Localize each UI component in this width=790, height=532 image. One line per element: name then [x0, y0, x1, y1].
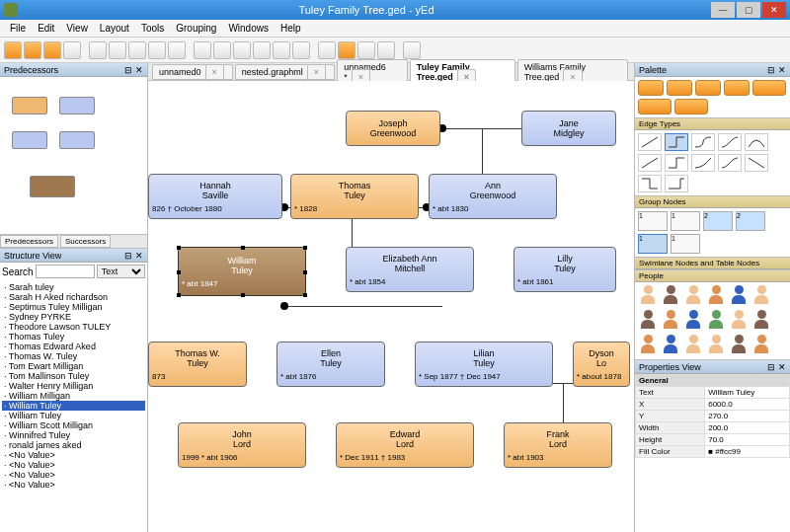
structure-header[interactable]: Structure View ⊟ ✕ [0, 249, 147, 263]
resize-handle[interactable] [303, 293, 307, 297]
save-button[interactable] [43, 41, 61, 59]
node-thomasw[interactable]: Thomas W. Tuley873 [148, 342, 247, 387]
print-button[interactable] [63, 41, 81, 59]
person-icon[interactable] [751, 310, 771, 332]
prop-value[interactable]: 200.0 [705, 422, 790, 434]
structure-item[interactable]: · William Scott Milligan [2, 420, 145, 430]
swimlane-header[interactable]: Swimlane Nodes and Table Nodes [635, 258, 790, 269]
group-node-icon[interactable]: 1 [638, 211, 668, 231]
group-node-icon[interactable]: 1 [671, 211, 700, 231]
edge-type-icon[interactable] [638, 154, 662, 172]
menu-view[interactable]: View [60, 23, 94, 34]
structure-list[interactable]: · Sarah tuley· Sarah H Aked richardson· … [0, 280, 147, 532]
people-header[interactable]: People [635, 270, 790, 282]
palette-header[interactable]: Palette⊟ ✕ [635, 63, 790, 77]
search-mode-select[interactable]: Text [97, 265, 145, 278]
structure-item[interactable]: · Sarah H Aked richardson [2, 292, 145, 302]
close-button[interactable]: ✕ [762, 2, 786, 18]
person-icon[interactable] [661, 335, 680, 356]
resize-handle[interactable] [177, 293, 181, 297]
menu-file[interactable]: File [4, 23, 32, 34]
node-ellen[interactable]: Ellen Tuley* abt 1876 [276, 342, 385, 387]
prop-value[interactable]: ■ #ffcc99 [705, 446, 790, 458]
structure-item[interactable]: · Walter Henry Milligan [2, 381, 145, 391]
shape-rect[interactable] [638, 99, 672, 114]
person-icon[interactable] [661, 285, 680, 307]
tab-predecessors[interactable]: Predecessors [0, 235, 58, 248]
menu-help[interactable]: Help [275, 23, 307, 34]
structure-item[interactable]: · ronald james aked [2, 440, 145, 450]
panel-controls-icon[interactable]: ⊟ ✕ [767, 362, 786, 372]
menu-grouping[interactable]: Grouping [170, 23, 222, 34]
person-icon[interactable] [638, 335, 658, 356]
structure-item[interactable]: · Sarah tuley [2, 282, 145, 292]
help-button[interactable] [403, 41, 421, 59]
person-icon[interactable] [683, 335, 703, 356]
person-icon[interactable] [729, 285, 749, 307]
cut-button[interactable] [128, 41, 146, 59]
person-icon[interactable] [706, 335, 726, 356]
edge-types-header[interactable]: Edge Types [635, 118, 790, 130]
structure-item[interactable]: · <No Value> [2, 460, 145, 470]
maximize-button[interactable]: ▢ [737, 2, 760, 18]
resize-handle[interactable] [303, 270, 307, 274]
tab-close-icon[interactable]: × [307, 64, 326, 80]
person-icon[interactable] [729, 335, 749, 356]
group-nodes-header[interactable]: Group Nodes [635, 196, 790, 208]
person-icon[interactable] [661, 310, 680, 332]
structure-item[interactable]: · <No Value> [2, 480, 145, 490]
edge-type-icon[interactable] [665, 154, 688, 172]
node-joseph[interactable]: Joseph Greenwood [346, 111, 440, 146]
structure-item[interactable]: · Thomas Edward Aked [2, 342, 145, 351]
search-input[interactable] [36, 265, 95, 278]
shape-rect[interactable] [752, 80, 786, 96]
structure-item[interactable]: · William Tuley [2, 401, 145, 411]
node-frank[interactable]: Frank Lord* abt 1903 [504, 422, 612, 468]
menu-windows[interactable]: Windows [222, 23, 275, 34]
person-icon[interactable] [729, 310, 749, 332]
panel-controls-icon[interactable]: ⊟ ✕ [767, 65, 786, 75]
edge-arc-icon[interactable] [745, 133, 768, 151]
shape-rect[interactable] [724, 80, 750, 96]
node-elizabeth[interactable]: Elizabeth Ann Mitchell* abt 1854 [346, 247, 474, 292]
zoom-out-button[interactable] [194, 41, 211, 59]
menu-edit[interactable]: Edit [32, 23, 60, 34]
person-icon[interactable] [706, 310, 726, 332]
copy-button[interactable] [148, 41, 166, 59]
zoom-reset-button[interactable] [213, 41, 231, 59]
minimize-button[interactable]: — [711, 2, 735, 18]
prop-value[interactable]: 70.0 [705, 434, 790, 446]
edge-ortho-icon[interactable] [665, 133, 688, 151]
edge-type-icon[interactable] [718, 154, 742, 172]
node-ann[interactable]: Ann Greenwood* abt 1830 [429, 174, 557, 219]
person-icon[interactable] [683, 285, 703, 307]
prop-value[interactable]: 270.0 [705, 411, 790, 422]
structure-item[interactable]: · Sydney PYRKE [2, 312, 145, 322]
structure-item[interactable]: · Thomas W. Tuley [2, 351, 145, 361]
preview-header[interactable]: Predecessors ⊟ ✕ [0, 63, 147, 77]
resize-handle[interactable] [177, 246, 181, 250]
panel-controls-icon[interactable]: ⊟ ✕ [124, 65, 143, 75]
edge-straight-icon[interactable] [638, 133, 662, 151]
edge-bezier-icon[interactable] [718, 133, 742, 151]
props-header[interactable]: Properties View⊟ ✕ [635, 360, 790, 374]
edge-curve-icon[interactable] [691, 133, 715, 151]
menu-tools[interactable]: Tools [135, 23, 170, 34]
shape-rect[interactable] [667, 80, 692, 96]
new-button[interactable] [4, 41, 22, 59]
person-icon[interactable] [638, 310, 658, 332]
edge-type-icon[interactable] [638, 175, 662, 192]
node-lilian[interactable]: Lilian Tuley* Sep 1877 † Dec 1947 [415, 342, 553, 387]
preview-pane[interactable] [0, 77, 147, 235]
edge-type-icon[interactable] [691, 154, 715, 172]
structure-item[interactable]: · <No Value> [2, 450, 145, 460]
node-hannah[interactable]: Hannah Saville826 † October 1880 [148, 174, 282, 219]
menu-layout[interactable]: Layout [94, 23, 135, 34]
snap-button[interactable] [377, 41, 395, 59]
structure-item[interactable]: · William Milligan [2, 391, 145, 401]
group-node-icon[interactable]: 2 [703, 211, 733, 231]
structure-item[interactable]: · Tom Mallinson Tuley [2, 371, 145, 381]
document-tab[interactable]: nested.graphml× [235, 64, 335, 80]
person-icon[interactable] [683, 310, 703, 332]
tab-successors[interactable]: Successors [60, 235, 111, 248]
